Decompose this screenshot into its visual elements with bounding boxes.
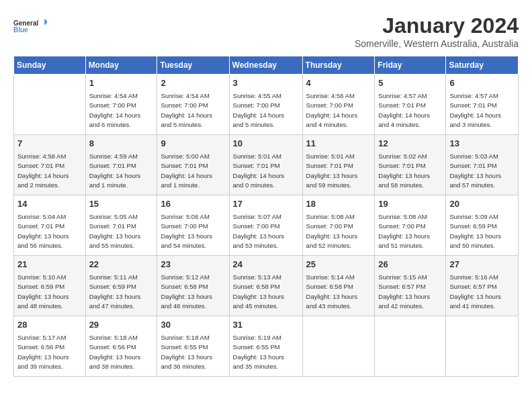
svg-marker-2 (44, 19, 47, 26)
day-number: 11 (306, 138, 371, 150)
calendar-header: SundayMondayTuesdayWednesdayThursdayFrid… (14, 56, 519, 75)
day-number: 28 (17, 319, 82, 332)
calendar-cell (302, 316, 375, 377)
day-number: 29 (89, 319, 154, 332)
day-number: 26 (378, 259, 442, 271)
calendar-cell: 3Sunrise: 4:55 AM Sunset: 7:00 PM Daylig… (229, 75, 302, 135)
day-info: Sunrise: 5:17 AM Sunset: 6:56 PM Dayligh… (17, 334, 69, 371)
day-number: 23 (161, 259, 225, 271)
column-header-friday: Friday (375, 56, 446, 75)
day-info: Sunrise: 5:07 AM Sunset: 7:00 PM Dayligh… (233, 213, 285, 250)
calendar-cell (446, 316, 519, 377)
day-number: 2 (161, 77, 225, 90)
day-number: 24 (233, 259, 299, 271)
day-info: Sunrise: 4:56 AM Sunset: 7:00 PM Dayligh… (306, 92, 358, 129)
day-info: Sunrise: 4:55 AM Sunset: 7:00 PM Dayligh… (233, 92, 285, 129)
day-info: Sunrise: 5:16 AM Sunset: 6:57 PM Dayligh… (449, 273, 501, 310)
svg-text:General: General (13, 19, 38, 27)
day-number: 1 (89, 77, 154, 90)
calendar-cell: 21Sunrise: 5:10 AM Sunset: 6:59 PM Dayli… (14, 256, 86, 316)
calendar-cell: 31Sunrise: 5:19 AM Sunset: 6:55 PM Dayli… (229, 316, 302, 377)
logo-svg: General Blue (13, 13, 47, 39)
calendar-cell: 11Sunrise: 5:01 AM Sunset: 7:01 PM Dayli… (302, 135, 375, 195)
day-info: Sunrise: 5:15 AM Sunset: 6:57 PM Dayligh… (378, 273, 430, 310)
page-header: General Blue January 2024 Somerville, We… (13, 13, 519, 49)
day-info: Sunrise: 4:54 AM Sunset: 7:00 PM Dayligh… (161, 92, 212, 129)
column-header-wednesday: Wednesday (229, 56, 302, 75)
calendar-cell: 9Sunrise: 5:00 AM Sunset: 7:01 PM Daylig… (157, 135, 229, 195)
day-number: 18 (306, 198, 371, 211)
calendar-cell: 17Sunrise: 5:07 AM Sunset: 7:00 PM Dayli… (229, 195, 302, 256)
day-number: 22 (89, 259, 154, 271)
week-row: 7Sunrise: 4:58 AM Sunset: 7:01 PM Daylig… (14, 135, 519, 195)
day-info: Sunrise: 5:08 AM Sunset: 7:00 PM Dayligh… (378, 213, 430, 250)
week-row: 21Sunrise: 5:10 AM Sunset: 6:59 PM Dayli… (14, 256, 519, 316)
day-number: 12 (378, 138, 442, 150)
day-number: 16 (161, 198, 225, 211)
day-number: 13 (449, 138, 515, 150)
day-number: 19 (378, 198, 442, 211)
day-info: Sunrise: 5:18 AM Sunset: 6:55 PM Dayligh… (161, 334, 212, 371)
day-info: Sunrise: 5:19 AM Sunset: 6:55 PM Dayligh… (233, 334, 285, 371)
day-info: Sunrise: 5:06 AM Sunset: 7:00 PM Dayligh… (161, 213, 212, 250)
day-number: 10 (233, 138, 299, 150)
calendar-cell: 28Sunrise: 5:17 AM Sunset: 6:56 PM Dayli… (14, 316, 86, 377)
day-info: Sunrise: 5:10 AM Sunset: 6:59 PM Dayligh… (17, 273, 69, 310)
day-info: Sunrise: 5:00 AM Sunset: 7:01 PM Dayligh… (161, 152, 212, 189)
calendar-cell (14, 75, 86, 135)
column-header-thursday: Thursday (302, 56, 375, 75)
calendar-cell: 2Sunrise: 4:54 AM Sunset: 7:00 PM Daylig… (157, 75, 229, 135)
column-header-saturday: Saturday (446, 56, 519, 75)
day-info: Sunrise: 4:54 AM Sunset: 7:00 PM Dayligh… (89, 92, 141, 129)
day-number: 31 (233, 319, 299, 332)
calendar-cell: 12Sunrise: 5:02 AM Sunset: 7:01 PM Dayli… (375, 135, 446, 195)
day-info: Sunrise: 5:04 AM Sunset: 7:01 PM Dayligh… (17, 213, 69, 250)
day-info: Sunrise: 5:01 AM Sunset: 7:01 PM Dayligh… (233, 152, 285, 189)
day-info: Sunrise: 5:03 AM Sunset: 7:01 PM Dayligh… (449, 152, 501, 189)
calendar-cell: 14Sunrise: 5:04 AM Sunset: 7:01 PM Dayli… (14, 195, 86, 256)
day-info: Sunrise: 5:08 AM Sunset: 7:00 PM Dayligh… (306, 213, 358, 250)
calendar-cell: 29Sunrise: 5:18 AM Sunset: 6:56 PM Dayli… (85, 316, 157, 377)
day-number: 5 (378, 77, 442, 90)
calendar-cell: 5Sunrise: 4:57 AM Sunset: 7:01 PM Daylig… (375, 75, 446, 135)
day-info: Sunrise: 5:11 AM Sunset: 6:59 PM Dayligh… (89, 273, 141, 310)
calendar-cell: 8Sunrise: 4:59 AM Sunset: 7:01 PM Daylig… (85, 135, 157, 195)
column-header-tuesday: Tuesday (157, 56, 229, 75)
calendar-cell: 16Sunrise: 5:06 AM Sunset: 7:00 PM Dayli… (157, 195, 229, 256)
calendar-cell: 20Sunrise: 5:09 AM Sunset: 6:59 PM Dayli… (446, 195, 519, 256)
calendar-cell: 26Sunrise: 5:15 AM Sunset: 6:57 PM Dayli… (375, 256, 446, 316)
calendar-cell: 1Sunrise: 4:54 AM Sunset: 7:00 PM Daylig… (85, 75, 157, 135)
day-number: 25 (306, 259, 371, 271)
column-header-monday: Monday (85, 56, 157, 75)
day-info: Sunrise: 4:59 AM Sunset: 7:01 PM Dayligh… (89, 152, 141, 189)
day-number: 7 (17, 138, 82, 150)
calendar-cell: 25Sunrise: 5:14 AM Sunset: 6:58 PM Dayli… (302, 256, 375, 316)
calendar-cell: 22Sunrise: 5:11 AM Sunset: 6:59 PM Dayli… (85, 256, 157, 316)
day-info: Sunrise: 5:09 AM Sunset: 6:59 PM Dayligh… (449, 213, 501, 250)
subtitle: Somerville, Western Australia, Australia (355, 38, 519, 49)
calendar-cell: 27Sunrise: 5:16 AM Sunset: 6:57 PM Dayli… (446, 256, 519, 316)
day-number: 14 (17, 198, 82, 211)
week-row: 28Sunrise: 5:17 AM Sunset: 6:56 PM Dayli… (14, 316, 519, 377)
calendar-cell: 24Sunrise: 5:13 AM Sunset: 6:58 PM Dayli… (229, 256, 302, 316)
day-number: 8 (89, 138, 154, 150)
calendar-cell: 13Sunrise: 5:03 AM Sunset: 7:01 PM Dayli… (446, 135, 519, 195)
day-number: 21 (17, 259, 82, 271)
month-title: January 2024 (355, 13, 519, 38)
calendar-cell: 7Sunrise: 4:58 AM Sunset: 7:01 PM Daylig… (14, 135, 86, 195)
svg-text:Blue: Blue (13, 26, 28, 34)
day-number: 3 (233, 77, 299, 90)
day-info: Sunrise: 5:14 AM Sunset: 6:58 PM Dayligh… (306, 273, 358, 310)
day-number: 20 (449, 198, 515, 211)
calendar-table: SundayMondayTuesdayWednesdayThursdayFrid… (13, 56, 519, 377)
day-number: 9 (161, 138, 225, 150)
calendar-cell: 30Sunrise: 5:18 AM Sunset: 6:55 PM Dayli… (157, 316, 229, 377)
week-row: 14Sunrise: 5:04 AM Sunset: 7:01 PM Dayli… (14, 195, 519, 256)
calendar-cell: 6Sunrise: 4:57 AM Sunset: 7:01 PM Daylig… (446, 75, 519, 135)
week-row: 1Sunrise: 4:54 AM Sunset: 7:00 PM Daylig… (14, 75, 519, 135)
day-number: 30 (161, 319, 225, 332)
day-number: 17 (233, 198, 299, 211)
calendar-cell: 19Sunrise: 5:08 AM Sunset: 7:00 PM Dayli… (375, 195, 446, 256)
day-number: 4 (306, 77, 371, 90)
calendar-cell: 23Sunrise: 5:12 AM Sunset: 6:58 PM Dayli… (157, 256, 229, 316)
